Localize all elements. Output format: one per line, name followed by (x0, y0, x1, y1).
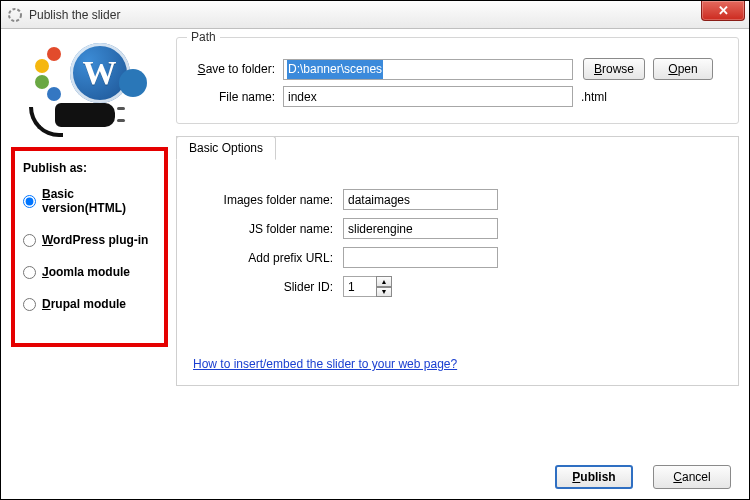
window-title: Publish the slider (29, 8, 120, 22)
radio-wordpress-input[interactable] (23, 234, 36, 247)
prefix-url-input[interactable] (343, 247, 498, 268)
open-button[interactable]: Open (653, 58, 713, 80)
file-suffix: .html (581, 90, 607, 104)
publish-logo: W (25, 37, 155, 137)
radio-joomla-input[interactable] (23, 266, 36, 279)
images-folder-label: Images folder name: (193, 193, 333, 207)
publish-as-box: Publish as: Basic version(HTML) WordPres… (11, 147, 168, 347)
radio-drupal-input[interactable] (23, 298, 36, 311)
dialog-footer: Publish Cancel (1, 461, 749, 493)
images-folder-input[interactable] (343, 189, 498, 210)
file-name-input[interactable] (283, 86, 573, 107)
publish-as-heading: Publish as: (23, 161, 156, 175)
titlebar: Publish the slider ✕ (1, 1, 749, 29)
publish-button[interactable]: Publish (555, 465, 633, 489)
close-icon: ✕ (718, 3, 729, 18)
js-folder-label: JS folder name: (193, 222, 333, 236)
app-icon (7, 7, 23, 23)
help-link[interactable]: How to insert/embed the slider to your w… (193, 357, 457, 371)
close-button[interactable]: ✕ (701, 1, 745, 21)
path-group: Path Save to folder: D:\banner\scenes Br… (176, 37, 739, 124)
browse-button[interactable]: Browse (583, 58, 645, 80)
slider-id-up[interactable]: ▲ (376, 276, 392, 287)
radio-basic-html-input[interactable] (23, 195, 36, 208)
options-panel: Basic Options Images folder name: JS fol… (176, 136, 739, 386)
path-legend: Path (187, 30, 220, 44)
svg-point-0 (9, 9, 21, 21)
cancel-button[interactable]: Cancel (653, 465, 731, 489)
slider-id-label: Slider ID: (193, 280, 333, 294)
radio-basic-html[interactable]: Basic version(HTML) (23, 187, 156, 215)
radio-joomla[interactable]: Joomla module (23, 265, 156, 279)
slider-id-down[interactable]: ▼ (376, 287, 392, 298)
radio-drupal[interactable]: Drupal module (23, 297, 156, 311)
file-name-label: File name: (187, 90, 275, 104)
prefix-url-label: Add prefix URL: (193, 251, 333, 265)
save-to-folder-input[interactable]: D:\banner\scenes (283, 59, 573, 80)
radio-wordpress[interactable]: WordPress plug-in (23, 233, 156, 247)
tab-basic-options[interactable]: Basic Options (176, 136, 276, 160)
slider-id-input[interactable] (343, 276, 377, 297)
js-folder-input[interactable] (343, 218, 498, 239)
